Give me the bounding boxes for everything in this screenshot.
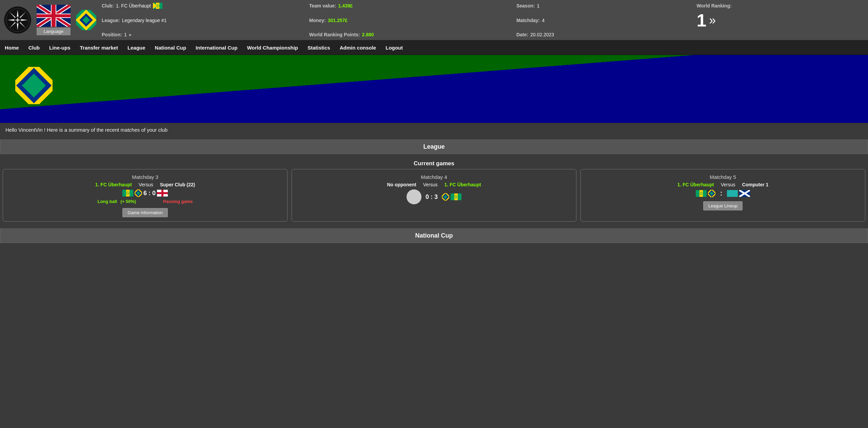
date-label: Date: bbox=[516, 32, 528, 37]
nav-statistics[interactable]: Statistics bbox=[303, 41, 335, 55]
matchday-value: 4 bbox=[542, 18, 545, 23]
game-card-3: Matchday 5 1. FC Überhaupt Versus Comput… bbox=[580, 169, 865, 222]
vc-flag-icon bbox=[153, 3, 162, 9]
game-card-1: Matchday 3 1. FC Überhaupt Versus Super … bbox=[3, 169, 288, 222]
flags-row-3: : bbox=[696, 189, 750, 197]
money-label: Money: bbox=[309, 18, 326, 23]
season-info: Season: 1 bbox=[516, 3, 686, 8]
matchday-info: Matchday: 4 bbox=[516, 18, 686, 23]
score-2: 0 : 3 bbox=[426, 193, 438, 201]
tactic2: Passing game bbox=[163, 199, 193, 204]
position-arrows: » bbox=[129, 32, 132, 37]
diamond-flag-game1-icon bbox=[135, 189, 142, 197]
banner bbox=[0, 55, 868, 123]
league-lineup-button[interactable]: League Lineup bbox=[703, 201, 743, 210]
diamond-flag-icon bbox=[76, 10, 96, 30]
score-1: 6 : 0 bbox=[143, 190, 156, 197]
league-label: League: bbox=[102, 18, 120, 23]
national-cup-section: National Cup bbox=[0, 228, 868, 243]
versus-text-1: Versus bbox=[139, 182, 153, 187]
sco-flag-game3-icon bbox=[739, 190, 750, 197]
comp-flag-game3-icon bbox=[727, 190, 738, 197]
ranking-arrows-icon: » bbox=[709, 13, 716, 27]
world-ranking-big: 1 » bbox=[696, 10, 864, 31]
season-value: 1 bbox=[537, 3, 539, 8]
banner-background bbox=[0, 55, 868, 123]
tactic1-bonus: (+ 50%) bbox=[120, 199, 136, 204]
welcome-text: Hello VincentVin ! Here is a summary of … bbox=[5, 127, 167, 133]
diamond-flag-game3-icon bbox=[708, 190, 715, 197]
no-opponent-label: No opponent bbox=[387, 182, 416, 187]
game-card-2: Matchday 4 No opponent Versus 1. FC Über… bbox=[292, 169, 576, 222]
nav-lineups[interactable]: Line-ups bbox=[44, 41, 75, 55]
wrp-label: World Ranking Points: bbox=[309, 32, 360, 37]
current-games-title: Current games bbox=[0, 157, 868, 169]
versus-text-2: Versus bbox=[423, 182, 438, 187]
no-opponent-circle bbox=[407, 189, 421, 204]
nav-league[interactable]: League bbox=[123, 41, 150, 55]
team2-name-3: Computer 1 bbox=[742, 182, 769, 187]
nav-national-cup[interactable]: National Cup bbox=[150, 41, 191, 55]
eng-flag-game1-icon bbox=[157, 190, 168, 197]
game-information-button[interactable]: Game information bbox=[122, 208, 167, 217]
language-button[interactable]: Language bbox=[37, 27, 71, 35]
date-value: 20.02.2023 bbox=[530, 32, 554, 37]
date-info: Date: 20.02.2023 bbox=[516, 32, 686, 37]
world-ranking-label: World Ranking: bbox=[696, 3, 731, 8]
tactic1: Long ball bbox=[97, 199, 117, 204]
club-value: 1. FC Überhaupt bbox=[116, 3, 151, 8]
wrp-info: World Ranking Points: 2.880 bbox=[309, 32, 506, 37]
club-label: Club: bbox=[102, 3, 114, 8]
score-3: : bbox=[720, 189, 723, 197]
world-ranking-info: World Ranking: bbox=[696, 3, 864, 8]
vc-flag-game1-icon bbox=[122, 190, 133, 197]
banner-logo bbox=[14, 65, 54, 106]
vc-flag-game2-icon bbox=[451, 193, 461, 200]
versus-row-3: 1. FC Überhaupt Versus Computer 1 bbox=[584, 182, 862, 187]
tactics-row-1: Long ball (+ 50%) Passing game bbox=[97, 199, 193, 204]
versus-text-3: Versus bbox=[721, 182, 735, 187]
team1-name-3: 1. FC Überhaupt bbox=[677, 182, 714, 187]
club-info: Club: 1. FC Überhaupt bbox=[102, 3, 299, 9]
games-container: Matchday 3 1. FC Überhaupt Versus Super … bbox=[0, 169, 868, 226]
wrp-value: 2.880 bbox=[362, 32, 374, 37]
logo-circle bbox=[4, 6, 31, 34]
versus-row-1: 1. FC Überhaupt Versus Super Club (22) bbox=[6, 182, 284, 187]
nav-international-cup[interactable]: International Cup bbox=[191, 41, 242, 55]
flags-row-1: 6 : 0 bbox=[122, 189, 168, 197]
matchday-label: Matchday: bbox=[516, 18, 540, 23]
svg-rect-60 bbox=[727, 190, 738, 197]
diamond-flag-game2-icon bbox=[442, 193, 449, 201]
team1-name-1: 1. FC Überhaupt bbox=[95, 182, 132, 187]
team-value-label: Team value: bbox=[309, 3, 336, 8]
nav-world-championship[interactable]: World Championship bbox=[242, 41, 303, 55]
money-value: 301.257£ bbox=[328, 18, 348, 23]
national-cup-header: National Cup bbox=[0, 228, 868, 243]
nav-club[interactable]: Club bbox=[24, 41, 44, 55]
nav-home[interactable]: Home bbox=[0, 41, 24, 55]
world-ranking-number: 1 bbox=[696, 10, 706, 31]
matchday-4-label: Matchday 4 bbox=[421, 174, 447, 180]
matchday-3-label: Matchday 3 bbox=[132, 174, 158, 180]
navigation: Home Club Line-ups Transfer market Leagu… bbox=[0, 41, 868, 55]
vc-flag-game3-icon bbox=[696, 190, 707, 197]
team-value: 1.439£ bbox=[338, 3, 353, 8]
nav-transfer[interactable]: Transfer market bbox=[75, 41, 123, 55]
nav-admin[interactable]: Admin console bbox=[335, 41, 381, 55]
money-info: Money: 301.257£ bbox=[309, 18, 506, 23]
club-diamond-flag bbox=[76, 10, 96, 30]
flags-row-2: 0 : 3 bbox=[407, 189, 461, 204]
position-info: Position: 1 » bbox=[102, 32, 299, 37]
position-value: 1 bbox=[124, 32, 127, 37]
team-value-info: Team value: 1.439£ bbox=[309, 3, 506, 8]
uk-flag-icon bbox=[37, 5, 71, 27]
team2-name-1: Super Club (22) bbox=[160, 182, 195, 187]
season-label: Season: bbox=[516, 3, 535, 8]
league-section-header: League bbox=[0, 139, 868, 154]
header: Language Club: 1. FC Überhaupt bbox=[0, 0, 868, 41]
position-label: Position: bbox=[102, 32, 122, 37]
versus-row-2: No opponent Versus 1. FC Überhaupt bbox=[295, 182, 573, 187]
svg-rect-45 bbox=[157, 192, 168, 194]
league-value: Legendary league #1 bbox=[122, 18, 167, 23]
nav-logout[interactable]: Logout bbox=[381, 41, 408, 55]
